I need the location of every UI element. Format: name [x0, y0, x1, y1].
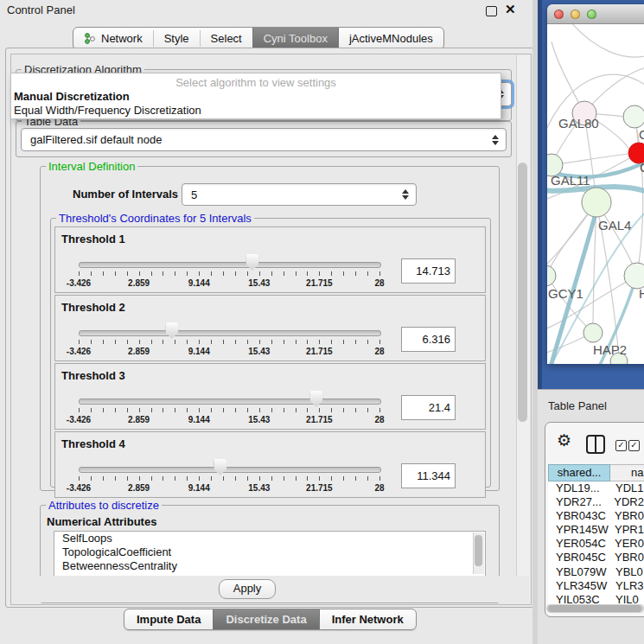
tick-label: 21.715 — [306, 415, 333, 424]
tick-label: -3.426 — [67, 483, 91, 493]
threshold-2-label: Threshold 2 — [61, 301, 125, 314]
table-row[interactable]: YPR145WYPR1 — [548, 523, 644, 537]
numerical-attributes-list[interactable]: SelfLoopsTopologicalCoefficientBetweenne… — [54, 531, 486, 577]
tick-label: -3.426 — [67, 278, 91, 288]
node-label: C — [640, 160, 644, 175]
number-of-intervals-value: 5 — [182, 188, 400, 201]
tab-network[interactable]: Network — [73, 28, 153, 49]
table-data-combobox[interactable]: galFiltered.sif default node — [21, 128, 507, 151]
network-icon — [84, 32, 96, 45]
tick-label: 28 — [374, 347, 384, 356]
dropdown-item-equal-width[interactable]: Equal Width/Frequency Discretization — [14, 104, 201, 117]
node-label: GAL4 — [598, 218, 631, 233]
dropdown-item-manual[interactable]: Manual Discretization — [14, 90, 130, 103]
desktop-edge — [538, 0, 542, 389]
node-label: G. — [639, 127, 644, 142]
number-of-intervals-combobox[interactable]: 5 — [182, 183, 417, 206]
network-canvas[interactable]: GAL80G.CGAL11GAL4GCY1HHAP2 — [547, 24, 644, 364]
threshold-2-ticks: -3.4262.8599.14415.4321.71528 — [79, 340, 379, 359]
float-window-icon[interactable] — [486, 6, 497, 16]
tick-label: 9.144 — [188, 483, 210, 493]
threshold-1-ticks: -3.4262.8599.14415.4321.71528 — [79, 271, 379, 290]
attribute-item[interactable]: TopologicalCoefficient — [54, 545, 485, 559]
table-row[interactable]: YIL053CYIL0 — [548, 593, 644, 604]
network-node[interactable] — [583, 323, 603, 342]
tick-label: 15.43 — [248, 278, 270, 288]
tab-select[interactable]: Select — [201, 28, 252, 49]
checkbox-2-icon[interactable]: ✓ — [628, 440, 640, 451]
threshold-3-slider-track[interactable] — [79, 399, 381, 405]
node-label: GCY1 — [548, 286, 583, 301]
network-node[interactable] — [623, 105, 644, 128]
tick-label: 28 — [374, 483, 384, 493]
table-row[interactable]: YDL19...YDL1 — [548, 481, 644, 495]
tab-cyni-toolbox[interactable]: Cyni Toolbox — [252, 28, 339, 49]
column-header-shared-name[interactable]: shared... — [548, 464, 610, 481]
screen: Control Panel ✕ Network Style Select Cyn… — [0, 0, 644, 644]
table-row[interactable]: YDR27...YDR2 — [548, 495, 644, 509]
threshold-2-value-field[interactable]: 6.316 — [401, 327, 456, 352]
threshold-2-slider-thumb[interactable] — [165, 322, 178, 339]
zoom-traffic-light-icon[interactable] — [587, 10, 596, 19]
table-header-row: shared... na — [548, 464, 644, 481]
attributes-group-title: Attributes to discretize — [46, 499, 162, 512]
tick-label: 2.859 — [128, 415, 150, 424]
threshold-3-label: Threshold 3 — [61, 369, 125, 382]
tick-label: 15.43 — [248, 483, 270, 493]
threshold-4-slider-thumb[interactable] — [214, 459, 226, 475]
network-window: GAL80G.CGAL11GAL4GCY1HHAP2 — [547, 4, 644, 364]
threshold-1-slider-track[interactable] — [79, 262, 381, 268]
table-row[interactable]: YBL079WYBL0 — [548, 565, 644, 579]
apply-button[interactable]: Apply — [219, 579, 276, 599]
tick-label: 28 — [374, 415, 384, 424]
thresholds-group-title: Threshold's Coordinates for 5 Intervals — [56, 212, 254, 225]
split-columns-icon[interactable] — [586, 435, 605, 454]
close-traffic-light-icon[interactable] — [554, 10, 564, 19]
threshold-3-value-field[interactable]: 21.4 — [401, 395, 456, 420]
threshold-3-slider-thumb[interactable] — [309, 391, 322, 407]
tab-infer-network[interactable]: Infer Network — [320, 609, 416, 629]
tab-impute-data[interactable]: Impute Data — [124, 609, 213, 629]
node-label: H — [639, 286, 644, 301]
threshold-4-slider-track[interactable] — [79, 467, 381, 473]
attributes-scrollbar-thumb[interactable] — [475, 535, 482, 566]
network-node[interactable] — [582, 188, 611, 217]
node-label: GAL11 — [551, 173, 590, 188]
threshold-3-ticks: -3.4262.8599.14415.4321.71528 — [79, 408, 379, 427]
minimize-traffic-light-icon[interactable] — [571, 10, 580, 19]
network-node[interactable] — [547, 265, 556, 286]
threshold-1-slider-thumb[interactable] — [245, 254, 258, 271]
threshold-2-slider-track[interactable] — [79, 330, 381, 336]
gear-icon[interactable]: ⚙ — [557, 432, 571, 449]
network-node[interactable] — [624, 263, 644, 289]
tab-style[interactable]: Style — [154, 28, 200, 49]
table-data-value: galFiltered.sif default node — [22, 133, 490, 146]
horizontal-scrollbar-thumb[interactable] — [548, 605, 641, 612]
threshold-4-value-field[interactable]: 11.344 — [401, 463, 456, 488]
vertical-scrollbar-thumb[interactable] — [518, 163, 527, 422]
table-row[interactable]: YBR043CYBR0 — [548, 509, 644, 523]
table-row[interactable]: YER054CYER0 — [548, 537, 644, 551]
node-label: HAP2 — [593, 342, 627, 357]
combo-arrows-icon — [400, 189, 410, 200]
top-tab-bar: Network Style Select Cyni Toolbox jActiv… — [73, 27, 444, 50]
tab-discretize-data[interactable]: Discretize Data — [213, 609, 319, 629]
network-window-titlebar[interactable] — [547, 4, 644, 24]
tick-label: 9.144 — [188, 415, 210, 424]
table-row[interactable]: YLR345WYLR3 — [548, 579, 644, 593]
threshold-1-value-field[interactable]: 14.713 — [401, 258, 456, 284]
table-rows: YDL19...YDL1YDR27...YDR2YBR043CYBR0YPR14… — [548, 481, 644, 604]
tick-label: 21.715 — [306, 278, 333, 288]
threshold-1-box: Threshold 1 -3.4262.8599.14415.4321.7152… — [54, 226, 486, 293]
tab-jactivemnodules[interactable]: jActiveMNodules — [339, 28, 443, 49]
attribute-item[interactable]: BetweennessCentrality — [54, 559, 485, 573]
attribute-item[interactable]: SelfLoops — [54, 532, 485, 545]
tick-label: 2.859 — [128, 278, 150, 288]
interval-definition-title: Interval Definition — [46, 160, 137, 173]
table-row[interactable]: YBR045CYBR0 — [548, 551, 644, 564]
close-icon[interactable]: ✕ — [505, 2, 516, 17]
column-header-name[interactable]: na — [610, 464, 644, 481]
checkbox-1-icon[interactable]: ✓ — [615, 440, 627, 451]
threshold-2-box: Threshold 2 -3.4262.8599.14415.4321.7152… — [54, 295, 486, 361]
threshold-4-ticks: -3.4262.8599.14415.4321.71528 — [79, 476, 379, 495]
